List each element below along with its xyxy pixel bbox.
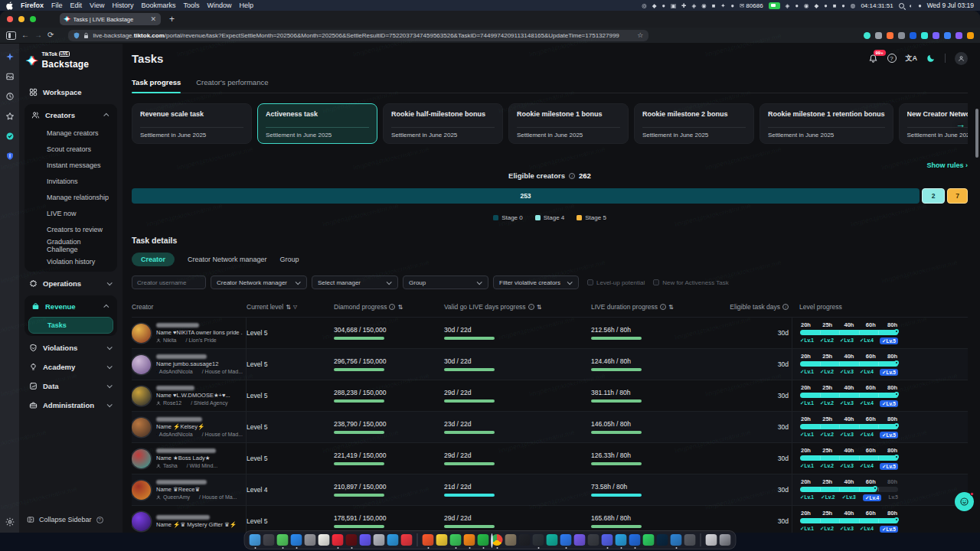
menubar-status-icon-c2[interactable]: ●	[918, 2, 922, 9]
help-icon[interactable]: ?	[887, 54, 897, 63]
sidebar-item-operations[interactable]: Operations	[24, 274, 117, 293]
menubar-item-history[interactable]: History	[112, 2, 133, 9]
level-slider-knob[interactable]	[894, 423, 899, 428]
menubar-item-window[interactable]: Window	[207, 2, 231, 9]
details-tab-creator-network-manager[interactable]: Creator Network manager	[188, 256, 267, 263]
level-slider-knob[interactable]	[894, 360, 899, 365]
dock-icon-opera-gx[interactable]	[346, 534, 358, 546]
sidebar-item-administration[interactable]: Administration	[24, 396, 117, 415]
level-slider[interactable]	[800, 518, 898, 523]
level-slider[interactable]	[800, 393, 898, 398]
menubar-status-icon-b5[interactable]: ●	[824, 2, 828, 9]
dock-icon-firefox[interactable]	[464, 534, 475, 546]
task-card-revenue-scale-task[interactable]: Revenue scale taskSettlement in June 202…	[132, 103, 252, 144]
sidebar-subitem-manage-relationship[interactable]: Manage relationship	[28, 190, 113, 205]
dock-icon-quicktime[interactable]	[374, 534, 385, 546]
dock-icon-opera[interactable]	[332, 534, 344, 546]
filter-checkbox-level-up-potential[interactable]: Level-up potential	[587, 279, 645, 286]
lock-icon[interactable]	[83, 32, 89, 39]
dock-icon-brave[interactable]	[423, 534, 434, 546]
sidebar-item-academy[interactable]: Academy	[24, 357, 117, 377]
tab-creator-s-performance[interactable]: Creator's performance	[196, 78, 268, 93]
dark-mode-moon-icon[interactable]	[926, 54, 936, 63]
extension-grey-icon[interactable]	[875, 32, 882, 39]
sidebar-subitem-invitations[interactable]: Invitations	[28, 174, 113, 189]
dock-icon-installer[interactable]	[706, 534, 717, 546]
level-slider-knob[interactable]	[894, 517, 899, 522]
level-slider[interactable]	[800, 424, 898, 429]
table-row[interactable]: Name jumbo.sausage12AdsAndNicola/ House …	[132, 348, 968, 380]
dock-icon-bolt[interactable]	[436, 534, 448, 546]
task-card-activeness-task[interactable]: Activeness taskSettlement in June 2025	[257, 103, 377, 144]
filter-funnel-icon[interactable]: ▽	[293, 304, 297, 310]
level-slider-knob[interactable]	[894, 329, 899, 334]
dock-icon-sync[interactable]	[588, 534, 599, 546]
notifications-bell-icon[interactable]: 99+	[868, 54, 878, 64]
dock-icon-terminal[interactable]	[519, 534, 531, 546]
dock-icon-gear[interactable]	[684, 534, 696, 546]
column-header-live-duration-progress[interactable]: LIVE duration progressi⇅	[568, 303, 718, 311]
sort-icon[interactable]: ⇅	[537, 304, 542, 311]
menubar-status-icon-b3[interactable]: ◉	[804, 2, 809, 9]
stage-segment-stage-0[interactable]: 253	[132, 188, 920, 204]
tab-task-progress[interactable]: Task progress	[132, 78, 181, 93]
purple-extension-icon[interactable]	[933, 32, 939, 39]
page-scrollbar[interactable]	[975, 109, 978, 158]
dock-icon-news[interactable]	[401, 534, 413, 546]
column-header-current-level[interactable]: Current level⇅▽	[247, 303, 311, 311]
dock-icon-discord[interactable]	[602, 534, 613, 546]
level-slider[interactable]	[800, 455, 898, 461]
firefox-account-icon[interactable]	[887, 32, 893, 39]
show-rules-link[interactable]: Show rules ›	[926, 161, 968, 169]
dock-icon-app-store[interactable]	[291, 534, 302, 546]
menubar-status-icon-c1[interactable]: ◐	[910, 2, 913, 9]
column-header-valid-go-live-days-progress[interactable]: Valid go LIVE days progressi⇅	[438, 303, 568, 311]
dock-icon-viber[interactable]	[574, 534, 586, 546]
menubar-status-icon-b4[interactable]: ◆	[814, 2, 818, 9]
filter-dropdown-group[interactable]: Group	[403, 276, 488, 289]
minimize-window-button[interactable]	[18, 16, 24, 22]
sidebar-item-revenue[interactable]: Revenue	[27, 297, 115, 316]
sidebar-toggle-icon[interactable]	[6, 31, 16, 40]
sort-icon[interactable]: ⇅	[668, 304, 674, 311]
table-row[interactable]: Name ♥NIKITA owner lions pride ...Nikita…	[132, 317, 968, 348]
sidebar-item-creators[interactable]: Creators	[27, 106, 115, 125]
history-clock-icon[interactable]	[5, 92, 15, 101]
bookmark-star-icon[interactable]: ☆	[637, 31, 643, 39]
table-row[interactable]: Name ⚡Kelsey⚡AdsAndNicola/ House of Mad.…	[132, 411, 968, 442]
sidebar-item-data[interactable]: Data	[24, 377, 117, 396]
tab-close-icon[interactable]: ✕	[150, 15, 156, 23]
menubar-status-icon-6[interactable]: ◈	[691, 2, 696, 9]
dock-icon-finder[interactable]	[250, 534, 261, 546]
menubar-status-icon-4[interactable]: ▣	[671, 2, 676, 9]
account-avatar-icon[interactable]	[955, 52, 968, 65]
level-slider[interactable]	[800, 330, 898, 335]
dock-icon-chrome[interactable]	[492, 534, 503, 546]
sidebar-item-violations[interactable]: Violations	[24, 338, 117, 357]
level-slider[interactable]	[800, 361, 898, 367]
screenshot-icon[interactable]	[5, 72, 15, 81]
url-bar[interactable]: live-backstage.tiktok.com/portal/revenue…	[68, 30, 648, 41]
table-row[interactable]: Name ♥L.W.DMOOSE★+♥...Rose12/ Shield Age…	[132, 380, 968, 411]
dock-icon-system-settings[interactable]	[305, 534, 316, 546]
menubar-item-tools[interactable]: Tools	[183, 2, 199, 9]
spotlight-search-icon[interactable]	[899, 3, 904, 8]
dock-icon-bluetooth[interactable]	[560, 534, 572, 546]
forward-icon[interactable]: →	[34, 31, 42, 39]
shield-extension-icon[interactable]	[910, 32, 916, 39]
menubar-status-icon-b7[interactable]: ●	[841, 2, 845, 9]
level-slider-knob[interactable]	[873, 486, 877, 491]
menubar-status-icon-2[interactable]: ◆	[652, 2, 657, 9]
level-slider[interactable]	[800, 487, 898, 492]
menubar-status-icon-9[interactable]: ✦	[720, 2, 725, 9]
menubar-item-bookmarks[interactable]: Bookmarks	[141, 2, 175, 9]
dock-icon-docker[interactable]	[387, 534, 399, 546]
menubar-status-icon-b1[interactable]: ◈	[786, 2, 790, 9]
task-card-rookie-milestone-1-bonus[interactable]: Rookie milestone 1 bonusSettlement in Ju…	[508, 103, 629, 144]
close-window-button[interactable]	[7, 16, 13, 22]
dock-icon-messages[interactable]	[277, 534, 289, 546]
dock-icon-loom[interactable]	[360, 534, 371, 546]
table-row[interactable]: Name ★Boss Lady★Tasha/ Wild Mind...Level…	[132, 442, 968, 474]
back-icon[interactable]: ←	[21, 31, 29, 39]
creator-username-input[interactable]	[132, 276, 206, 289]
